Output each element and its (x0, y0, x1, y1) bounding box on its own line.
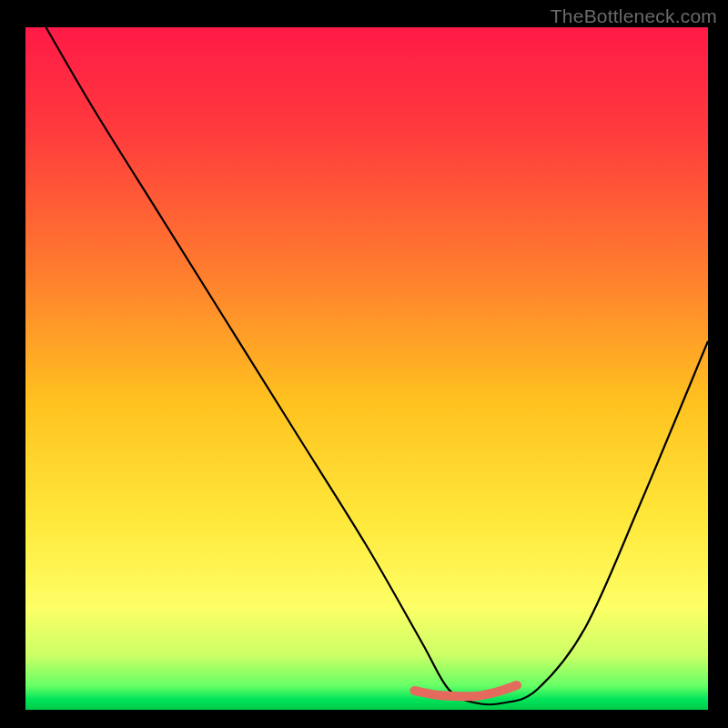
chart-stage: TheBottleneck.com (0, 0, 728, 728)
watermark-text: TheBottleneck.com (551, 5, 717, 27)
gradient-background (25, 27, 708, 710)
plot-svg (25, 27, 708, 710)
plot-area (25, 27, 708, 710)
